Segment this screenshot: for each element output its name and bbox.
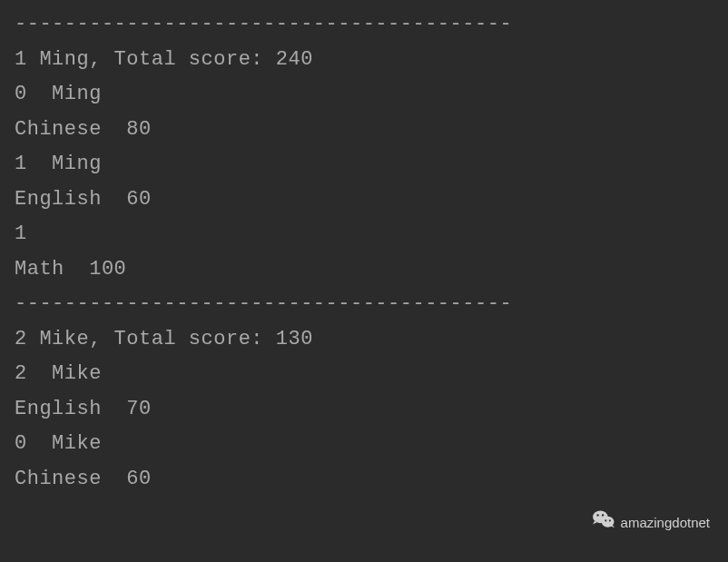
output-line: ---------------------------------------- xyxy=(15,7,713,43)
output-line: 1 Ming, Total score: 240 xyxy=(15,43,713,78)
wechat-icon xyxy=(592,509,615,537)
output-line: 2 Mike xyxy=(15,357,713,392)
output-line: Chinese 80 xyxy=(15,113,713,148)
output-line: 1 Ming xyxy=(15,147,713,182)
output-line: English 60 xyxy=(15,182,713,218)
svg-point-5 xyxy=(608,519,610,521)
watermark: amazingdotnet xyxy=(592,509,710,537)
output-line: 0 Ming xyxy=(15,77,713,113)
console-output: ----------------------------------------… xyxy=(15,7,713,497)
output-line: Chinese 60 xyxy=(15,462,713,498)
svg-point-2 xyxy=(596,514,598,516)
svg-point-3 xyxy=(601,514,603,516)
output-line: English 70 xyxy=(15,392,713,428)
output-line: ---------------------------------------- xyxy=(15,287,713,322)
output-line: 2 Mike, Total score: 130 xyxy=(15,322,713,358)
output-line: Math 100 xyxy=(15,252,713,288)
output-line: 0 Mike xyxy=(15,427,713,462)
svg-point-4 xyxy=(605,519,606,521)
watermark-text: amazingdotnet xyxy=(621,511,710,535)
output-line: 1 xyxy=(15,217,713,252)
